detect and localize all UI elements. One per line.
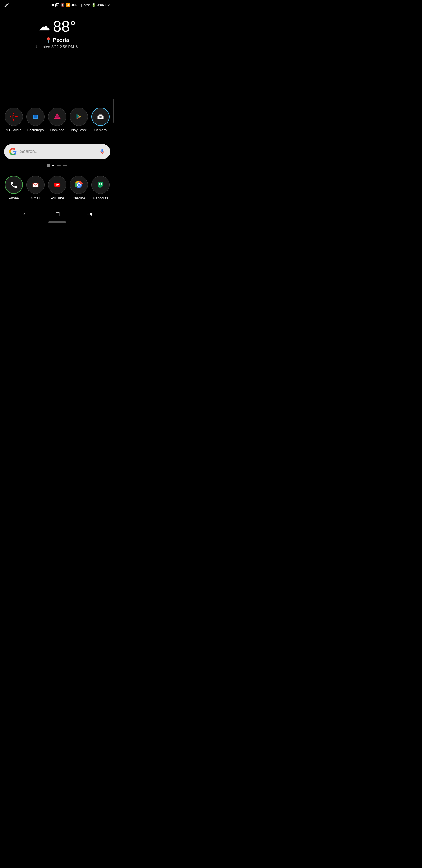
chrome-icon-circle[interactable] xyxy=(70,176,88,194)
camera-svg xyxy=(96,112,105,121)
app-youtube[interactable]: YouTube xyxy=(48,176,66,200)
playstore-svg xyxy=(74,112,84,121)
svg-point-2 xyxy=(12,116,15,118)
swipe-bar xyxy=(0,221,114,225)
mic-icon[interactable] xyxy=(99,148,105,155)
status-left xyxy=(4,2,9,8)
page-indicators xyxy=(0,164,114,167)
flamingo-svg xyxy=(52,112,62,122)
cloud-icon: ☁ xyxy=(38,20,50,33)
youtube-icon-circle[interactable] xyxy=(48,176,66,194)
app-backdrops[interactable]: Backdrops xyxy=(26,107,44,132)
svg-rect-10 xyxy=(33,118,38,119)
status-right: ✱ N 🔇 📶 4GE |||| 58% 🔋 3:06 PM xyxy=(51,3,110,7)
hangouts-svg xyxy=(96,180,105,190)
page-dot-dash-2 xyxy=(63,165,67,166)
phone-icon-circle[interactable] xyxy=(5,176,23,194)
app-gmail[interactable]: Gmail xyxy=(26,176,44,200)
scroll-indicator xyxy=(113,99,114,123)
google-logo xyxy=(9,148,17,156)
svg-point-18 xyxy=(100,116,101,118)
phone-svg xyxy=(10,181,18,189)
backdrops-label: Backdrops xyxy=(27,128,44,132)
yt-studio-svg xyxy=(9,112,19,122)
nav-bar: ← □ ⇥ xyxy=(0,206,114,221)
chrome-svg xyxy=(74,180,84,190)
page-dot-grid xyxy=(47,164,50,167)
status-bar: ✱ N 🔇 📶 4GE |||| 58% 🔋 3:06 PM xyxy=(0,0,114,9)
page-dot-dash-1 xyxy=(57,165,61,166)
yt-studio-label: YT Studio xyxy=(6,128,22,132)
back-button[interactable]: ← xyxy=(22,210,29,218)
mute-icon: 🔇 xyxy=(60,3,65,7)
svg-point-27 xyxy=(78,184,80,186)
svg-rect-5 xyxy=(10,116,11,117)
weather-temp-row: ☁ 88° xyxy=(38,18,76,35)
gmail-icon-circle[interactable] xyxy=(26,176,44,194)
bluetooth-icon: ✱ xyxy=(51,3,54,7)
app-yt-studio[interactable]: YT Studio xyxy=(5,107,23,132)
phone-label: Phone xyxy=(9,196,19,200)
notification-icon xyxy=(4,2,9,8)
gmail-label: Gmail xyxy=(31,196,40,200)
recents-button[interactable]: ⇥ xyxy=(87,210,92,218)
search-bar-container: Search... xyxy=(4,144,110,159)
svg-rect-30 xyxy=(99,183,100,185)
search-bar[interactable]: Search... xyxy=(4,144,110,159)
app-flamingo[interactable]: Flamingo xyxy=(48,107,66,132)
app-hangouts[interactable]: Hangouts xyxy=(91,176,109,200)
hangouts-label: Hangouts xyxy=(93,196,108,200)
playstore-icon-circle[interactable] xyxy=(70,107,88,126)
app-row: YT Studio Backdrops Flamingo xyxy=(0,105,114,135)
refresh-icon[interactable]: ↻ xyxy=(75,44,78,49)
svg-rect-9 xyxy=(34,115,37,118)
home-button[interactable]: □ xyxy=(56,210,60,218)
yt-studio-icon-circle[interactable] xyxy=(5,107,23,126)
chrome-label: Chrome xyxy=(73,196,85,200)
app-phone[interactable]: Phone xyxy=(5,176,23,200)
weather-updated: Updated 3/22 2:58 PM ↻ xyxy=(36,44,78,49)
network-type: 4GE xyxy=(71,3,77,7)
nfc-icon: N xyxy=(55,3,59,7)
location-pin-icon: 📍 xyxy=(45,37,52,43)
app-play-store[interactable]: Play Store xyxy=(70,107,88,132)
camera-label: Camera xyxy=(94,128,107,132)
time-display: 3:06 PM xyxy=(97,3,110,7)
svg-rect-31 xyxy=(101,183,102,185)
battery-icon: 🔋 xyxy=(91,3,96,7)
weather-location: 📍 Peoria xyxy=(45,37,69,43)
app-camera[interactable]: Camera xyxy=(91,107,109,132)
signal-bars: |||| xyxy=(78,3,82,7)
gmail-svg xyxy=(31,180,40,189)
youtube-svg xyxy=(52,180,62,190)
playstore-label: Play Store xyxy=(71,128,87,132)
temperature: 88° xyxy=(53,18,76,35)
wifi-icon: 📶 xyxy=(66,3,70,7)
backdrops-icon-circle[interactable] xyxy=(26,107,44,126)
swipe-pill xyxy=(48,221,66,223)
backdrops-svg xyxy=(30,112,40,122)
flamingo-label: Flamingo xyxy=(50,128,64,132)
weather-widget: ☁ 88° 📍 Peoria Updated 3/22 2:58 PM ↻ xyxy=(0,15,114,52)
svg-rect-3 xyxy=(13,113,14,114)
app-chrome[interactable]: Chrome xyxy=(70,176,88,200)
svg-rect-6 xyxy=(17,116,18,117)
flamingo-icon-circle[interactable] xyxy=(48,107,66,126)
camera-icon-circle[interactable] xyxy=(91,107,109,126)
search-placeholder[interactable]: Search... xyxy=(20,149,96,154)
page-dot-active xyxy=(53,164,54,166)
dock: Phone Gmail YouTube xyxy=(0,172,114,205)
hangouts-icon-circle[interactable] xyxy=(91,176,109,194)
svg-rect-4 xyxy=(13,119,14,121)
youtube-label: YouTube xyxy=(50,196,64,200)
battery-percent: 58% xyxy=(83,3,90,7)
